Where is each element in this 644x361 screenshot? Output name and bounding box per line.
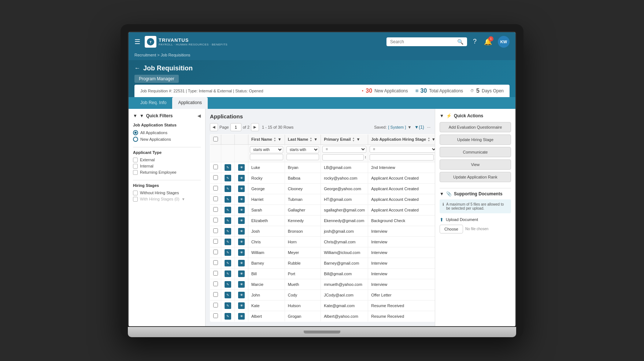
row-action1-2[interactable]: ✎: [225, 185, 231, 192]
row-action2-11[interactable]: 👁: [238, 281, 245, 288]
help-icon[interactable]: ?: [471, 36, 478, 47]
row-action1-9[interactable]: ✎: [225, 260, 231, 266]
filter-stage-btn[interactable]: ▼: [432, 137, 435, 141]
docs-collapse-icon[interactable]: ▼: [440, 191, 444, 196]
cell-first-13: Kate: [248, 300, 285, 311]
row-checkbox-4[interactable]: [213, 207, 218, 212]
row-checkbox-0[interactable]: [213, 165, 218, 169]
more-options-btn[interactable]: ···: [427, 125, 430, 129]
row-action2-7[interactable]: 👁: [238, 239, 245, 245]
row-action2-2[interactable]: 👁: [238, 185, 245, 192]
row-action2-3[interactable]: 👁: [238, 196, 245, 203]
checkbox-returning[interactable]: Returning Employee: [133, 170, 201, 175]
row-action1-11[interactable]: ✎: [225, 281, 231, 288]
row-action2-8[interactable]: 👁: [238, 249, 245, 256]
row-action1-4[interactable]: ✎: [225, 207, 231, 213]
row-action1-5[interactable]: ✎: [225, 217, 231, 224]
row-action1-13[interactable]: ✎: [225, 302, 231, 309]
checkbox-external[interactable]: External: [133, 158, 201, 162]
row-checkbox-8[interactable]: [213, 250, 218, 254]
back-button[interactable]: ←: [134, 65, 140, 71]
sort-email[interactable]: ▲▼: [352, 137, 355, 142]
first-name-filter-input[interactable]: [250, 154, 283, 160]
last-name-filter-select[interactable]: starts with contains equals: [286, 146, 319, 153]
tab-job-req-info[interactable]: Job Req. Info: [134, 97, 172, 109]
row-checkbox-11[interactable]: [213, 281, 218, 286]
notification-icon[interactable]: 🔔 1: [482, 36, 493, 47]
row-checkbox-6[interactable]: [213, 228, 218, 233]
next-page-btn[interactable]: ▶: [251, 123, 259, 131]
row-action2-6[interactable]: 👁: [238, 228, 245, 235]
row-checkbox-14[interactable]: [213, 313, 218, 318]
row-checkbox-10[interactable]: [213, 271, 218, 276]
search-icon[interactable]: 🔍: [457, 39, 463, 45]
stage-filter-input[interactable]: [370, 154, 434, 161]
row-action2-4[interactable]: 👁: [238, 207, 245, 213]
filter-email-btn[interactable]: ▼: [356, 137, 360, 141]
email-filter-input[interactable]: [322, 154, 364, 161]
row-checkbox-1[interactable]: [213, 175, 218, 180]
first-name-filter-select[interactable]: starts with contains equals: [250, 146, 283, 153]
row-checkbox-12[interactable]: [213, 292, 218, 297]
communicate-btn[interactable]: Communicate: [440, 147, 511, 157]
row-action2-1[interactable]: 👁: [238, 175, 245, 181]
system-badge[interactable]: [ System ]: [388, 125, 406, 129]
row-action2-10[interactable]: 👁: [238, 270, 245, 277]
add-eval-btn[interactable]: Add Evaluation Questionnaire: [440, 122, 511, 132]
row-action1-7[interactable]: ✎: [225, 239, 231, 245]
email-filter-clear[interactable]: ↕: [364, 155, 366, 159]
row-action1-1[interactable]: ✎: [225, 175, 231, 181]
tab-applications[interactable]: Applications: [172, 97, 208, 109]
row-action2-14[interactable]: 👁: [238, 313, 245, 320]
select-all-checkbox[interactable]: [213, 137, 218, 141]
checkbox-internal[interactable]: Internal: [133, 164, 201, 169]
choose-file-btn[interactable]: Choose: [440, 225, 463, 233]
row-action1-10[interactable]: ✎: [225, 270, 231, 277]
hamburger-icon[interactable]: ☰: [134, 38, 140, 46]
row-action2-0[interactable]: 👁: [238, 164, 245, 171]
row-action1-12[interactable]: ✎: [225, 292, 231, 298]
row-action1-14[interactable]: ✎: [225, 313, 231, 320]
sidebar-collapse-icon[interactable]: ▼: [133, 113, 137, 118]
view-btn[interactable]: View: [440, 159, 511, 170]
update-rank-btn[interactable]: Update Application Rank: [440, 172, 511, 182]
filter-first-name-btn[interactable]: ▼: [278, 137, 282, 141]
row-action2-13[interactable]: 👁: [238, 302, 245, 309]
page-input[interactable]: [230, 123, 241, 131]
row-action1-8[interactable]: ✎: [225, 249, 231, 256]
filter-count-btn[interactable]: ▼(1): [414, 125, 424, 130]
checkbox-without-stages[interactable]: Without Hiring Stages: [133, 191, 201, 195]
last-name-filter-input[interactable]: [286, 154, 319, 160]
avatar[interactable]: KW: [498, 36, 510, 48]
row-checkbox-3[interactable]: [213, 196, 218, 201]
row-action2-5[interactable]: 👁: [238, 217, 245, 224]
row-checkbox-2[interactable]: [213, 186, 218, 191]
sidebar-toggle-btn[interactable]: ◀: [197, 113, 201, 118]
update-hiring-btn[interactable]: Update Hiring Stage: [440, 135, 511, 145]
sort-first-name[interactable]: ▲▼: [274, 137, 276, 142]
row-action2-9[interactable]: 👁: [238, 260, 245, 266]
row-action2-12[interactable]: 👁: [238, 292, 245, 298]
search-input[interactable]: [390, 39, 455, 44]
row-action1-0[interactable]: ✎: [225, 164, 231, 171]
quick-actions-collapse-icon[interactable]: ▼: [440, 113, 444, 118]
th-last-name: Last Name ▲▼ ▼: [285, 134, 321, 144]
radio-all-applications[interactable]: All Applications: [133, 130, 201, 135]
prev-page-btn[interactable]: ◀: [210, 123, 218, 131]
sort-stage[interactable]: ▲▼: [428, 137, 430, 142]
filter-last-name-btn[interactable]: ▼: [314, 137, 318, 141]
breadcrumb: Recruitment > Job Requisitions: [129, 51, 515, 60]
row-checkbox-9[interactable]: [213, 260, 218, 265]
row-checkbox-5[interactable]: [213, 218, 218, 222]
sort-last-name[interactable]: ▲▼: [310, 137, 312, 142]
stage-filter-select[interactable]: = contains: [370, 146, 435, 153]
row-checkbox-7[interactable]: [213, 239, 218, 244]
checkbox-with-stages[interactable]: With Hiring Stages (0) ▼: [133, 197, 201, 202]
email-filter-select[interactable]: = contains: [322, 146, 366, 153]
radio-new-applications[interactable]: New Applications: [133, 137, 201, 142]
saved-dropdown-icon[interactable]: ▼: [407, 125, 411, 129]
row-action1-3[interactable]: ✎: [225, 196, 231, 203]
row-action1-6[interactable]: ✎: [225, 228, 231, 235]
upload-section: ⬆ Upload Document: [440, 217, 511, 222]
row-checkbox-13[interactable]: [213, 303, 218, 307]
